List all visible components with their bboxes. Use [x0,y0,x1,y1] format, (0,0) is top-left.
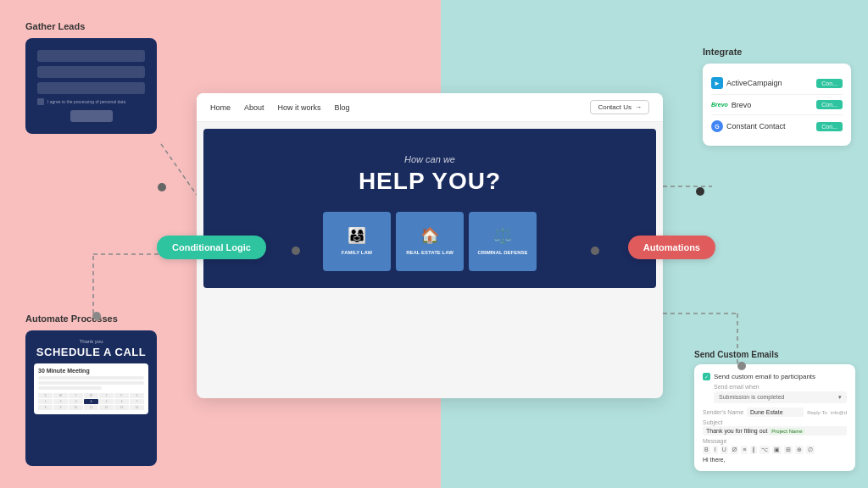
automate-processes-section: Automate Processes Thank you SCHEDULE A … [25,313,157,466]
cal-day-8[interactable]: 8 [38,405,53,410]
mockup-hero-subtitle: How can we [220,154,639,164]
connector-dot-6 [737,362,746,370]
mockup-hero-title: HELP YOU? [220,168,639,195]
integration-constant-contact: G Constant Contact Con... [711,115,843,137]
mockup-hero: How can we HELP YOU? 👨‍👩‍👧 FAMILY LAW 🏠 … [203,129,656,288]
email-toolbar: B I U Ø ≡ ∥ ⌥ ▣ ⊞ ⊕ ∅ [703,446,847,454]
center-mockup: Home About How it works Blog Contact Us … [197,93,663,398]
subject-value[interactable]: Thank you for filling out Project Name [703,426,847,435]
nav-about[interactable]: About [244,103,264,112]
connector-dot-3 [591,247,599,255]
tool-indent[interactable]: ⌥ [760,446,770,454]
connector-dot-5 [92,312,101,320]
email-card: ✓ Send custom email to participants Send… [694,364,855,471]
mockup-nav-links: Home About How it works Blog [210,103,350,112]
integration-brevo: Brevo Brevo Con... [711,95,843,115]
schedule-text-lines [38,376,144,390]
gather-leads-label: Gather Leads [25,21,157,31]
gather-leads-card: I agree to the processing of personal da… [25,38,157,134]
reply-to-value[interactable]: info@d [831,410,847,415]
integrate-section: Integrate ► ActiveCampaign Con... Brevo … [703,47,851,146]
tool-image[interactable]: ▣ [772,446,782,454]
activecampaign-connect-btn[interactable]: Con... [816,79,843,88]
criminal-defense-icon: ⚖️ [493,226,512,245]
sender-label: Sender's Name [703,409,743,415]
cal-header-s2: S [130,393,144,398]
email-dropdown[interactable]: Submission is completed ▾ [714,391,847,403]
cal-day-1[interactable]: 1 [38,399,53,404]
subject-tag: Project Name [769,428,804,435]
text-line-3 [38,386,102,390]
cal-day-13[interactable]: 13 [114,405,129,410]
nav-blog[interactable]: Blog [335,103,350,112]
activecampaign-name: ► ActiveCampaign [711,77,782,89]
dropdown-chevron: ▾ [838,394,842,401]
connector-dot-1 [158,183,166,191]
tool-underline[interactable]: U [721,446,728,454]
text-line-2 [38,381,144,385]
calendar-grid: S M T W T F S 1 2 3 4 5 6 7 8 9 10 11 12… [38,393,144,410]
card-family-law[interactable]: 👨‍👩‍👧 FAMILY LAW [323,212,391,271]
tool-add[interactable]: ⊕ [795,446,804,454]
brevo-name: Brevo Brevo [711,101,751,109]
form-submit[interactable] [70,110,113,122]
email-sender-row: Sender's Name Dune Estate Reply-To info@… [703,408,847,417]
schedule-call-title: SCHEDULE A CALL [34,346,148,358]
form-field-lastname [37,66,145,78]
schedule-thank-you: Thank you [34,339,148,344]
schedule-card-inner: 30 Minute Meeting S M T W T F S 1 2 3 4 … [34,363,148,414]
cal-day-5[interactable]: 5 [99,399,114,404]
automations-pill[interactable]: Automations [628,236,715,259]
integrate-label: Integrate [703,47,851,57]
automations-label: Automations [643,242,700,252]
form-checkbox-row: I agree to the processing of personal da… [37,98,145,105]
contact-btn[interactable]: Contact Us → [590,100,649,114]
cal-day-3[interactable]: 3 [69,399,83,404]
card-real-estate-law[interactable]: 🏠 REAL ESTATE LAW [396,212,464,271]
email-checkbox-label: Send custom email to participants [714,373,815,380]
form-checkbox [37,98,44,105]
cal-day-2[interactable]: 2 [53,399,68,404]
cal-header-s1: S [38,393,53,398]
email-checkbox[interactable]: ✓ [703,373,710,380]
cal-day-14[interactable]: 14 [130,405,144,410]
tool-clear[interactable]: ∅ [806,446,815,454]
tool-link[interactable]: Ø [731,446,738,454]
tool-table[interactable]: ⊞ [784,446,793,454]
form-checkbox-text: I agree to the processing of personal da… [47,99,125,104]
form-field-email [37,82,145,94]
family-law-text: FAMILY LAW [342,250,372,257]
cal-day-12[interactable]: 12 [99,405,114,410]
gather-leads-section: Gather Leads I agree to the processing o… [25,21,157,134]
cal-day-10[interactable]: 10 [69,405,83,410]
nav-home[interactable]: Home [210,103,231,112]
connector-dot-4 [696,187,704,196]
brevo-connect-btn[interactable]: Con... [816,100,843,109]
email-send-when-label: Send email when [714,384,847,390]
cal-header-m: M [53,393,68,398]
card-criminal-defense[interactable]: ⚖️ CRIMINAL DEFENSE [469,212,537,271]
tool-list[interactable]: ≡ [741,446,748,454]
conditional-logic-pill[interactable]: Conditional Logic [157,236,266,259]
cal-header-t1: T [69,393,83,398]
cal-header-f: F [114,393,129,398]
integration-activecampaign: ► ActiveCampaign Con... [711,72,843,95]
tool-align[interactable]: ∥ [750,446,757,454]
constant-contact-connect-btn[interactable]: Con... [816,122,843,131]
activecampaign-logo: ► [711,77,723,89]
integrate-card: ► ActiveCampaign Con... Brevo Brevo Con.… [703,64,851,146]
sender-value[interactable]: Dune Estate [747,408,804,417]
cal-day-6[interactable]: 6 [114,399,129,404]
cal-day-9[interactable]: 9 [53,405,68,410]
cal-day-11[interactable]: 11 [84,405,98,410]
form-field-firstname [37,50,145,62]
tool-italic[interactable]: I [713,446,718,454]
tool-bold[interactable]: B [703,446,710,454]
nav-how-it-works[interactable]: How it works [278,103,321,112]
automate-label: Automate Processes [25,313,157,324]
conditional-logic-label: Conditional Logic [172,242,251,252]
email-message-text[interactable]: Hi there, [703,457,847,463]
cal-day-7[interactable]: 7 [130,399,144,404]
cal-day-4[interactable]: 4 [84,399,98,404]
mockup-cards: 👨‍👩‍👧 FAMILY LAW 🏠 REAL ESTATE LAW ⚖️ CR… [220,212,639,271]
